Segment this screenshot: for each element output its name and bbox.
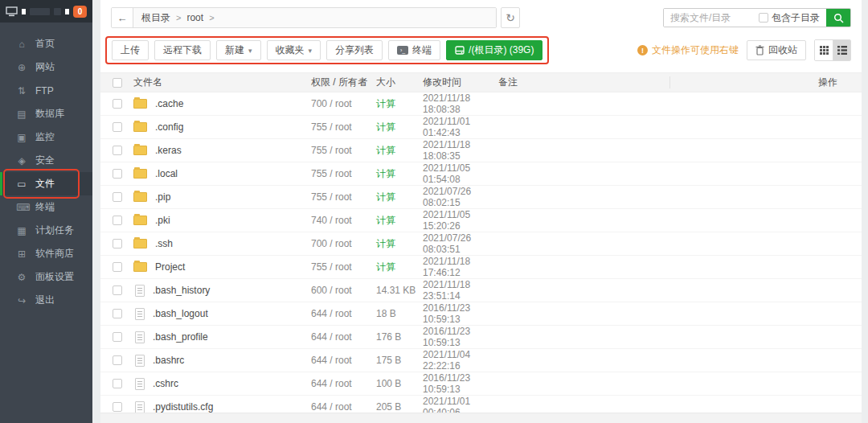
sidebar-item-files[interactable]: ▭ 文件 [0,172,92,195]
row-checkbox[interactable] [113,379,122,388]
file-name[interactable]: .keras [155,145,182,156]
table-row[interactable]: .bashrc 644 / root 175 B 2021/11/04 22:2… [100,349,862,372]
table-row[interactable]: .keras 755 / root 计算 2021/11/18 18:08:35 [100,139,862,162]
sidebar-nav: ⌂ 首页 ⊕ 网站 ⇅ FTP ▤ 数据库 ▣ 监控 ◈ 安全 ▭ 文件 ⌨ 终… [0,23,92,312]
sidebar-item-terminal[interactable]: ⌨ 终端 [0,195,92,219]
calculate-size-link[interactable]: 计算 [376,191,423,204]
disk-root-button[interactable]: /(根目录) (39G) [446,40,542,60]
col-header-size[interactable]: 大小 [376,76,423,89]
row-checkbox[interactable] [113,122,122,132]
file-name[interactable]: .pydistutils.cfg [153,401,213,413]
table-row[interactable]: .ssh 700 / root 计算 2021/07/26 08:03:51 [100,232,862,256]
file-mtime: 2021/11/01 00:40:06 [423,396,498,413]
calculate-size-link[interactable]: 计算 [376,167,423,181]
row-checkbox[interactable] [113,239,122,248]
sidebar-item-security[interactable]: ◈ 安全 [0,149,92,172]
calculate-size-link[interactable]: 计算 [376,237,423,251]
row-checkbox[interactable] [113,402,122,412]
file-perm-owner: 755 / root [311,145,376,156]
include-subdir-checkbox[interactable] [759,13,768,23]
share-list-button[interactable]: 分享列表 [326,40,383,60]
calculate-size-link[interactable]: 计算 [376,121,423,134]
sidebar-item-database[interactable]: ▤ 数据库 [0,102,92,125]
table-row[interactable]: .bash_profile 644 / root 176 B 2016/11/2… [100,326,862,349]
row-checkbox[interactable] [113,99,122,109]
row-checkbox[interactable] [113,192,122,202]
table-row[interactable]: .pip 755 / root 计算 2021/07/26 08:02:15 [100,186,862,209]
file-name[interactable]: .cshrc [153,378,178,389]
file-name[interactable]: .cache [155,98,183,109]
file-perm-owner: 644 / root [311,308,376,319]
back-button[interactable]: ← [112,8,133,27]
recycle-bin-button[interactable]: 回收站 [747,40,806,60]
search-input[interactable] [664,9,759,27]
grid-view-button[interactable] [815,40,833,60]
table-row[interactable]: .local 755 / root 计算 2021/11/05 01:54:08 [100,162,862,186]
file-name[interactable]: .local [155,168,178,179]
breadcrumb-root[interactable]: 根目录 [141,11,170,25]
sidebar-item-home[interactable]: ⌂ 首页 [0,32,92,55]
include-subdir-option[interactable]: 包含子目录 [759,11,826,25]
terminal-button[interactable]: ›_ 终端 [388,40,440,60]
table-row[interactable]: .pki 740 / root 计算 2021/11/05 15:20:26 [100,209,862,232]
file-name[interactable]: .bash_history [153,285,210,296]
row-checkbox[interactable] [113,285,122,295]
file-name[interactable]: .ssh [155,238,173,249]
new-dropdown-button[interactable]: 新建 ▾ [216,40,261,60]
file-name[interactable]: .pki [155,215,170,226]
table-row[interactable]: Project 755 / root 计算 2021/11/18 17:46:1… [100,256,862,279]
monitor-icon: ▣ [16,132,27,143]
app-window: 0 ⌂ 首页 ⊕ 网站 ⇅ FTP ▤ 数据库 ▣ 监控 ◈ 安全 ▭ 文件 ⌨… [0,0,868,423]
favorites-dropdown-button[interactable]: 收藏夹 ▾ [267,40,321,60]
file-perm-owner: 700 / root [311,238,376,249]
row-checkbox[interactable] [113,355,122,365]
refresh-button[interactable]: ↻ [501,7,520,28]
search-button[interactable] [826,8,850,27]
gear-icon: ⚙ [16,272,27,283]
file-name[interactable]: .bash_profile [153,331,208,343]
folder-icon [133,239,147,248]
sidebar-item-appstore[interactable]: ⊞ 软件商店 [0,242,92,265]
message-count-badge[interactable]: 0 [73,6,87,18]
path-bar: ← 根目录 > root > ↻ 包含子目录 [100,0,862,28]
sidebar-item-ftp[interactable]: ⇅ FTP [0,79,92,102]
table-row[interactable]: .bash_history 600 / root 14.31 KB 2021/1… [100,279,862,302]
file-name[interactable]: .bash_logout [153,308,208,319]
upload-button[interactable]: 上传 [112,40,149,60]
sidebar-item-sites[interactable]: ⊕ 网站 [0,55,92,79]
row-checkbox[interactable] [113,216,122,225]
sidebar-item-settings[interactable]: ⚙ 面板设置 [0,265,92,289]
row-checkbox[interactable] [113,262,122,272]
calculate-size-link[interactable]: 计算 [376,144,423,158]
table-row[interactable]: .cshrc 644 / root 100 B 2016/11/23 10:59… [100,372,862,396]
row-checkbox[interactable] [113,169,122,179]
sidebar-item-monitor[interactable]: ▣ 监控 [0,125,92,149]
row-checkbox[interactable] [113,146,122,155]
select-all-checkbox[interactable] [113,78,122,88]
file-name[interactable]: .pip [155,191,170,203]
col-header-name[interactable]: 文件名 [133,76,311,89]
list-view-button[interactable] [833,40,850,60]
row-checkbox[interactable] [113,332,122,342]
file-name[interactable]: Project [155,261,185,273]
col-header-note: 备注 [498,76,669,89]
calculate-size-link[interactable]: 计算 [376,214,423,228]
calendar-icon: ▦ [16,225,27,236]
calculate-size-link[interactable]: 计算 [376,97,423,111]
table-row[interactable]: .pydistutils.cfg 644 / root 205 B 2021/1… [100,396,862,413]
redacted-server-name [54,8,61,15]
sidebar-item-logout[interactable]: ↪ 退出 [0,289,92,312]
breadcrumb: 根目录 > root > [133,8,496,27]
sidebar-item-cron[interactable]: ▦ 计划任务 [0,219,92,242]
table-row[interactable]: .config 755 / root 计算 2021/11/01 01:42:4… [100,116,862,139]
file-name[interactable]: .bashrc [153,355,184,366]
sidebar-item-label: 退出 [35,294,55,307]
col-header-mtime[interactable]: 修改时间 [423,76,498,89]
remote-download-button[interactable]: 远程下载 [154,40,211,60]
file-name[interactable]: .config [155,121,183,133]
table-row[interactable]: .cache 700 / root 计算 2021/11/18 18:08:38 [100,92,862,116]
calculate-size-link[interactable]: 计算 [376,261,423,274]
table-row[interactable]: .bash_logout 644 / root 18 B 2016/11/23 … [100,302,862,326]
row-checkbox[interactable] [113,309,122,318]
breadcrumb-dir[interactable]: root [186,12,203,23]
